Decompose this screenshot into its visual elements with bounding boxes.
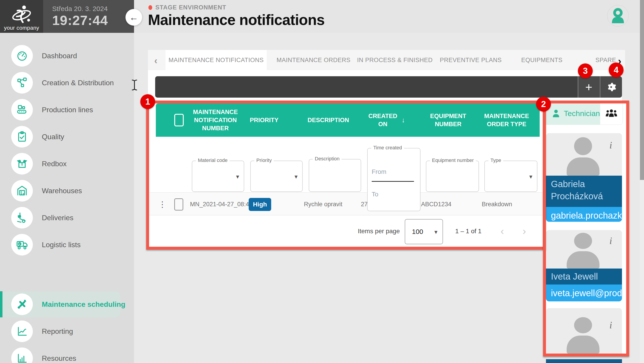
- company-logo: your company: [0, 0, 43, 33]
- tab-bar: ‹ MAINTENANCE NOTIFICATIONS MAINTENANCE …: [148, 50, 625, 70]
- table-toolbar: [155, 76, 578, 98]
- page-scrollbar[interactable]: [640, 0, 644, 363]
- annotation-badge-1: 1: [140, 94, 155, 109]
- add-notification-button[interactable]: +: [578, 76, 600, 98]
- time-from-underline: [372, 181, 414, 182]
- hand-truck-icon: [11, 207, 33, 228]
- time-to-input[interactable]: To: [372, 191, 378, 198]
- truck-clock-icon: [11, 234, 33, 256]
- annotation-badge-2: 2: [536, 97, 551, 112]
- time-created-filter[interactable]: Time created From To: [367, 148, 420, 211]
- current-time: 19:27:44: [52, 12, 134, 28]
- tab-preventive-plans[interactable]: PREVENTIVE PLANS: [440, 50, 498, 70]
- plus-icon: +: [585, 80, 592, 94]
- distribution-nodes-icon: [11, 72, 33, 94]
- warehouse-icon: [11, 180, 33, 202]
- user-icon: [609, 7, 627, 25]
- sidebar-item-dashboard[interactable]: Dashboard: [0, 42, 134, 69]
- sidebar-item-production-lines[interactable]: Production lines: [0, 96, 134, 123]
- sidebar-item-creation-distribution[interactable]: Creation & Distribution: [0, 69, 134, 96]
- tabs-scroll-left-icon[interactable]: ‹: [154, 55, 158, 66]
- sidebar-item-resources[interactable]: Resources: [0, 345, 134, 363]
- environment-label: STAGE ENVIRONMENT: [156, 4, 226, 11]
- sidebar-item-quality[interactable]: Quality: [0, 123, 134, 150]
- sidebar-item-redbox[interactable]: Redbox: [0, 150, 134, 177]
- annotation-badge-3: 3: [578, 64, 593, 78]
- environment-indicator: STAGE ENVIRONMENT: [148, 4, 226, 11]
- clipboard-check-icon: [11, 126, 33, 148]
- arrow-left-icon: ←: [129, 12, 138, 22]
- table-settings-button[interactable]: [600, 76, 622, 98]
- sidebar-item-maintenance-scheduling[interactable]: Maintenance scheduling: [0, 291, 134, 318]
- time-from-input[interactable]: From: [372, 168, 386, 176]
- sidebar: Dashboard Creation & Distribution Produc…: [0, 33, 134, 363]
- conveyor-icon: [11, 99, 33, 120]
- open-box-icon: [11, 153, 33, 174]
- user-profile-button[interactable]: [607, 5, 629, 26]
- sidebar-item-reporting[interactable]: Reporting: [0, 318, 134, 345]
- sidebar-item-spacer: [0, 258, 134, 285]
- back-button[interactable]: ←: [126, 9, 142, 26]
- datetime-box: Středa 20. 3. 2024 19:27:44: [43, 0, 134, 33]
- environment-dot-icon: [148, 5, 152, 10]
- sidebar-item-deliveries[interactable]: Deliveries: [0, 204, 134, 231]
- annotation-rect-1: [146, 100, 546, 250]
- sidebar-item-logistic-lists[interactable]: Logistic lists: [0, 231, 134, 258]
- company-logo-icon: [9, 4, 34, 25]
- company-name: your company: [4, 25, 39, 31]
- dashboard-icon: [11, 45, 33, 66]
- tab-in-process-finished[interactable]: IN PROCESS & FINISHED: [357, 50, 424, 70]
- sidebar-item-warehouses[interactable]: Warehouses: [0, 177, 134, 204]
- annotation-badge-4: 4: [609, 62, 624, 77]
- text-cursor: [131, 79, 138, 91]
- selected-item-bar: [0, 291, 2, 317]
- tab-equipments[interactable]: EQUIPMENTS: [521, 50, 562, 70]
- scrollbar-thumb[interactable]: [640, 0, 644, 180]
- annotation-rect-2: [543, 100, 629, 356]
- technician-name: [546, 359, 622, 363]
- tools-icon: [11, 294, 33, 315]
- tab-maintenance-notifications[interactable]: MAINTENANCE NOTIFICATIONS: [166, 50, 267, 70]
- bar-chart-icon: [11, 348, 33, 363]
- gear-icon: [606, 82, 616, 92]
- tab-maintenance-orders[interactable]: MAINTENANCE ORDERS: [276, 50, 340, 70]
- line-chart-icon: [11, 320, 33, 342]
- page-title: Maintenance notifications: [148, 11, 324, 28]
- current-date: Středa 20. 3. 2024: [52, 5, 134, 12]
